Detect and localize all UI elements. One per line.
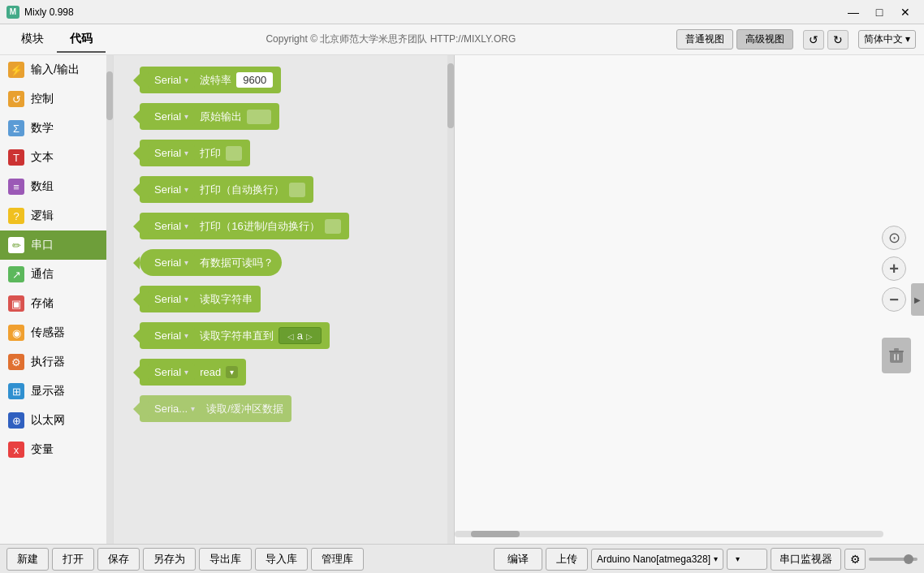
- block-raw-slot: [247, 110, 271, 124]
- port-selector[interactable]: ▾: [727, 549, 767, 570]
- block-readstr-body[interactable]: Serial ▾ 读取字符串: [140, 286, 261, 312]
- undo-button[interactable]: ↺: [803, 30, 824, 50]
- zoom-in-button[interactable]: +: [882, 256, 906, 281]
- block-partial-body[interactable]: Seria... ▾ 读取/缓冲区数据: [140, 395, 291, 422]
- tab-blocks[interactable]: 模块: [8, 27, 57, 53]
- board-selector[interactable]: Arduino Nano[atmega328] ▾: [591, 549, 723, 570]
- main-toolbar: 模块 代码 Copyright © 北京师范大学米思齐团队 HTTP://MIX…: [0, 24, 924, 55]
- block-partial[interactable]: Seria... ▾ 读取/缓冲区数据: [140, 395, 291, 422]
- block-raw[interactable]: Serial ▾ 原始输出: [140, 103, 279, 130]
- block-until-text: 读取字符串直到: [200, 329, 274, 343]
- slider-track[interactable]: [869, 558, 918, 561]
- trash-button[interactable]: [882, 338, 911, 373]
- center-view-button[interactable]: ⊙: [882, 226, 906, 250]
- import-lib-button[interactable]: 导入库: [255, 548, 308, 571]
- open-button[interactable]: 打开: [52, 548, 94, 571]
- sidebar-label-display: 显示器: [31, 384, 65, 399]
- block-println[interactable]: Serial ▾ 打印（自动换行）: [140, 176, 313, 203]
- block-hex[interactable]: Serial ▾ 打印（16进制/自动换行）: [140, 213, 349, 239]
- canvas-area[interactable]: ⊙ + − ▶: [455, 55, 924, 544]
- block-println-serial: Serial ▾: [148, 180, 195, 199]
- language-selector[interactable]: 简体中文 ▾: [858, 30, 916, 49]
- block-until-char[interactable]: ◁ a ▷: [278, 327, 321, 344]
- sidebar-label-ethernet: 以太网: [31, 413, 65, 428]
- sidebar-item-sensor[interactable]: ◉ 传感器: [0, 318, 113, 347]
- sidebar-item-display[interactable]: ⊞ 显示器: [0, 377, 113, 406]
- block-available-body[interactable]: Serial ▾ 有数据可读吗？: [140, 249, 282, 276]
- block-available[interactable]: Serial ▾ 有数据可读吗？: [140, 249, 282, 276]
- window-controls: — □ ✕: [841, 4, 918, 20]
- sidebar-item-control[interactable]: ↺ 控制: [0, 84, 113, 114]
- block-print[interactable]: Serial ▾ 打印: [140, 140, 250, 166]
- port-arrow-icon: ▾: [736, 554, 740, 563]
- sidebar-item-actuator[interactable]: ⚙ 执行器: [0, 347, 113, 377]
- slider-thumb[interactable]: [904, 554, 913, 564]
- sidebar-scrollbar-thumb[interactable]: [106, 71, 113, 120]
- close-button[interactable]: ✕: [893, 4, 918, 20]
- upload-button[interactable]: 上传: [546, 548, 588, 571]
- save-as-button[interactable]: 另存为: [143, 548, 196, 571]
- gear-button[interactable]: ⚙: [844, 549, 866, 570]
- block-raw-body[interactable]: Serial ▾ 原始输出: [140, 103, 279, 130]
- block-println-body[interactable]: Serial ▾ 打印（自动换行）: [140, 176, 313, 203]
- sidebar-item-comm[interactable]: ↗ 通信: [0, 260, 113, 289]
- block-partial-serial: Seria... ▾: [148, 399, 201, 418]
- sidebar-item-math[interactable]: Σ 数学: [0, 114, 113, 143]
- sidebar-icon-comm: ↗: [8, 266, 24, 282]
- sidebar-item-io[interactable]: ⚡ 输入/输出: [0, 55, 113, 84]
- sidebar-icon-serial: ✏: [8, 237, 24, 253]
- sidebar-icon-text: T: [8, 149, 24, 166]
- block-baud-value[interactable]: 9600: [236, 72, 273, 88]
- block-row-println: Serial ▾ 打印（自动换行）: [127, 176, 441, 203]
- redo-button[interactable]: ↻: [827, 30, 848, 50]
- block-raw-text: 原始输出: [200, 110, 242, 124]
- compile-button[interactable]: 编译: [494, 548, 542, 571]
- export-lib-button[interactable]: 导出库: [199, 548, 252, 571]
- palette-scrollbar-track[interactable]: [447, 55, 454, 544]
- sidebar-item-logic[interactable]: ? 逻辑: [0, 201, 113, 230]
- copyright-text: Copyright © 北京师范大学米思齐团队 HTTP://MIXLY.ORG: [106, 32, 676, 46]
- block-read-body[interactable]: Serial ▾ read ▾: [140, 359, 246, 386]
- palette-scrollbar-thumb[interactable]: [447, 63, 454, 128]
- sidebar-item-ethernet[interactable]: ⊕ 以太网: [0, 406, 113, 435]
- sidebar-items: ⚡ 输入/输出 ↺ 控制 Σ 数学 T 文本 ≡ 数组 ?: [0, 55, 113, 464]
- block-read-dropdown[interactable]: ▾: [226, 366, 238, 378]
- serial-monitor-button[interactable]: 串口监视器: [771, 548, 841, 571]
- block-until-body[interactable]: Serial ▾ 读取字符串直到 ◁ a ▷: [140, 322, 330, 349]
- block-hex-body[interactable]: Serial ▾ 打印（16进制/自动换行）: [140, 213, 349, 239]
- block-read-serial: Serial ▾: [148, 363, 195, 381]
- tab-code[interactable]: 代码: [57, 27, 106, 53]
- maximize-button[interactable]: □: [867, 4, 892, 20]
- advanced-view-button[interactable]: 高级视图: [736, 29, 793, 50]
- block-row-raw: Serial ▾ 原始输出: [127, 103, 441, 130]
- sidebar-item-text[interactable]: T 文本: [0, 143, 113, 172]
- right-panel-toggle[interactable]: ▶: [911, 283, 924, 316]
- block-baud[interactable]: Serial ▾ 波特率 9600: [140, 67, 281, 93]
- sidebar-item-variable[interactable]: x 变量: [0, 435, 113, 464]
- block-row-baud: Serial ▾ 波特率 9600: [127, 67, 441, 93]
- block-print-body[interactable]: Serial ▾ 打印: [140, 140, 250, 166]
- sidebar: ⚡ 输入/输出 ↺ 控制 Σ 数学 T 文本 ≡ 数组 ?: [0, 55, 114, 544]
- new-button[interactable]: 新建: [6, 548, 49, 571]
- block-read[interactable]: Serial ▾ read ▾: [140, 359, 246, 386]
- sidebar-item-serial[interactable]: ✏ 串口: [0, 230, 113, 260]
- block-baud-body[interactable]: Serial ▾ 波特率 9600: [140, 67, 281, 93]
- sidebar-scrollbar-track[interactable]: [106, 55, 113, 544]
- board-label: Arduino Nano[atmega328]: [597, 554, 710, 565]
- block-println-slot: [289, 183, 305, 197]
- block-until[interactable]: Serial ▾ 读取字符串直到 ◁ a ▷: [140, 322, 330, 349]
- save-button[interactable]: 保存: [97, 548, 140, 571]
- zoom-out-button[interactable]: −: [882, 287, 906, 312]
- scrollbar-thumb[interactable]: [471, 531, 520, 537]
- block-partial-text: 读取/缓冲区数据: [206, 402, 283, 416]
- manage-lib-button[interactable]: 管理库: [311, 548, 364, 571]
- block-readstr[interactable]: Serial ▾ 读取字符串: [140, 286, 261, 312]
- sidebar-item-array[interactable]: ≡ 数组: [0, 172, 113, 201]
- zoom-slider[interactable]: [869, 558, 918, 561]
- horizontal-scrollbar[interactable]: [455, 531, 883, 537]
- canvas-tools: ⊙ + −: [882, 226, 911, 373]
- minimize-button[interactable]: —: [841, 4, 866, 20]
- block-available-text: 有数据可读吗？: [200, 256, 274, 270]
- normal-view-button[interactable]: 普通视图: [676, 29, 733, 50]
- sidebar-item-storage[interactable]: ▣ 存储: [0, 289, 113, 318]
